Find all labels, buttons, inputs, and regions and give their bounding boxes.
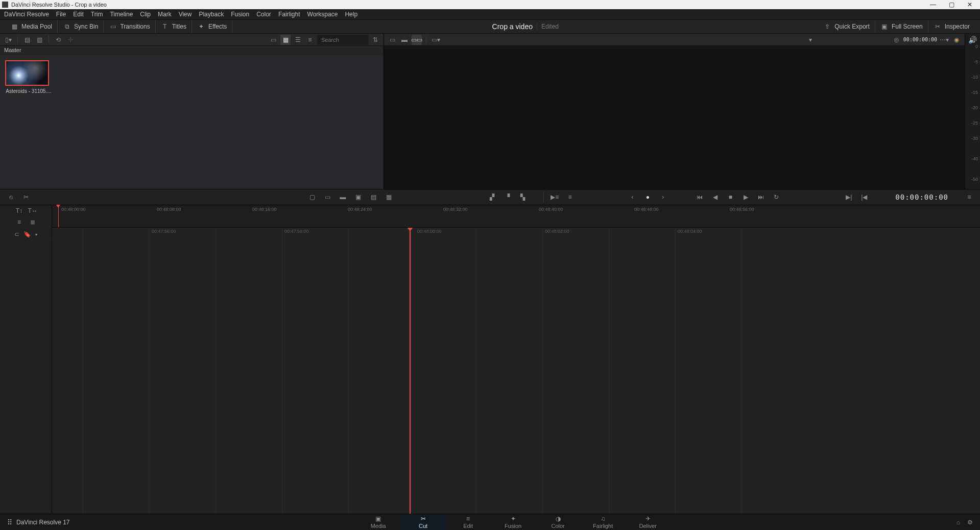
import-media-button[interactable]: ▤ (22, 35, 32, 45)
home-button[interactable]: ⌂ (957, 519, 960, 526)
full-screen-button[interactable]: ▣ Full Screen (875, 20, 928, 33)
meter-tick: -30 (971, 136, 978, 141)
page-cut[interactable]: ✂Cut (401, 514, 446, 531)
menu-fusion[interactable]: Fusion (231, 11, 249, 18)
menu-edit[interactable]: Edit (73, 11, 84, 18)
menu-help[interactable]: Help (345, 11, 357, 18)
upper-playhead[interactable] (58, 205, 59, 227)
stop-button[interactable]: ■ (725, 191, 736, 203)
append-button[interactable]: ▭ (322, 191, 333, 203)
list-view-button[interactable]: ≡ (305, 35, 315, 45)
page-fairlight[interactable]: ♫Fairlight (581, 514, 626, 531)
lock-track-button[interactable]: T↕ (15, 207, 24, 214)
media-clip[interactable]: Asteroids - 31105.... (5, 60, 52, 94)
source-tape-button[interactable]: ▬ (399, 35, 410, 45)
mark-out-button[interactable]: |◀ (858, 191, 870, 203)
timeline-menu-button[interactable]: ≡ (964, 191, 975, 203)
options-button[interactable]: ≡ (564, 191, 576, 203)
clip-thumbnail[interactable] (5, 60, 49, 86)
window-minimize-button[interactable]: — (929, 1, 937, 8)
page-label: Cut (419, 523, 427, 529)
source-clip-button[interactable]: ▭ (387, 35, 397, 45)
split-clip-button[interactable]: ✂ (20, 191, 32, 203)
jog-dot[interactable]: ● (642, 191, 653, 203)
tools-button[interactable]: ▶≡ (549, 191, 560, 203)
page-media[interactable]: ▣Media (356, 514, 401, 531)
aspect-dropdown[interactable]: ▭▾ (431, 35, 441, 45)
menu-clip[interactable]: Clip (140, 11, 151, 18)
speaker-icon[interactable]: 🔊 (968, 36, 977, 44)
page-edit[interactable]: ≡Edit (446, 514, 491, 531)
go-last-button[interactable]: ⏭ (755, 191, 767, 203)
panel-selector-bar: ▦ Media Pool ⧉ Sync Bin ▭ Transitions T … (0, 19, 980, 34)
sync-lock-button[interactable]: ⟲ (53, 35, 63, 45)
video-track-button[interactable]: T↔ (28, 207, 37, 214)
window-maximize-button[interactable]: ▢ (947, 1, 955, 8)
timeline-dropdown[interactable]: ▾ (805, 35, 816, 45)
sync-bin-toggle[interactable]: ⧉ Sync Bin (58, 20, 104, 33)
cut-button[interactable]: ▝ (501, 191, 513, 203)
menu-color[interactable]: Color (256, 11, 271, 18)
full-screen-label: Full Screen (892, 23, 923, 30)
thumbnail-view-button[interactable]: ▦ (280, 35, 291, 45)
play-reverse-button[interactable]: ◀ (709, 191, 721, 203)
page-fusion[interactable]: ✦Fusion (491, 514, 536, 531)
source-overwrite-button[interactable]: ▦ (383, 191, 394, 203)
window-close-button[interactable]: ✕ (966, 1, 974, 8)
loop-button[interactable]: ↻ (771, 191, 782, 203)
search-input[interactable] (317, 35, 368, 45)
sort-button[interactable]: ⇅ (370, 35, 380, 45)
quick-export-button[interactable]: ⇪ Quick Export (818, 20, 875, 33)
project-settings-button[interactable]: ⚙ (967, 519, 973, 526)
go-first-button[interactable]: ⏮ (694, 191, 705, 203)
timeline-timecode: 00:00:00:00 (895, 193, 948, 201)
menu-mark[interactable]: Mark (158, 11, 172, 18)
menu-workspace[interactable]: Workspace (307, 11, 338, 18)
bin-insert-dropdown[interactable]: ▯▾ (3, 35, 13, 45)
lower-playhead[interactable] (410, 228, 411, 514)
bypass-button[interactable]: ◉ (951, 35, 962, 45)
jog-next[interactable]: › (657, 191, 668, 203)
timeline-tracks[interactable]: 00:47:56:00 00:47:58:00 00:48:00:00 00:4… (52, 228, 980, 514)
audio-track-button[interactable]: ≡ (15, 219, 24, 226)
menu-davinci[interactable]: DaVinci Resolve (4, 11, 49, 18)
upper-timeline-ruler[interactable]: 00:48:00:00 00:48:08:00 00:48:16:00 00:4… (52, 205, 980, 228)
effects-toggle[interactable]: ✦ Effects (192, 20, 232, 33)
play-button[interactable]: ▶ (740, 191, 751, 203)
marker-button[interactable]: 🔖 (23, 231, 31, 238)
menu-view[interactable]: View (179, 11, 192, 18)
viewer-screen[interactable] (384, 46, 965, 189)
menu-fairlight[interactable]: Fairlight (278, 11, 300, 18)
flag-button[interactable]: ▪ (35, 231, 37, 238)
menu-file[interactable]: File (56, 11, 66, 18)
strip-view-button[interactable]: ☰ (293, 35, 303, 45)
close-up-button[interactable]: ▣ (352, 191, 364, 203)
import-folder-button[interactable]: ▥ (34, 35, 44, 45)
menu-playback[interactable]: Playback (199, 11, 224, 18)
resolve-fx-button[interactable]: ✢ (65, 35, 76, 45)
timeline-view-button[interactable]: ▭▭ (412, 35, 422, 45)
fullscreen-icon: ▣ (880, 22, 889, 31)
ripple-overwrite-button[interactable]: ▬ (337, 191, 348, 203)
menu-timeline[interactable]: Timeline (110, 11, 133, 18)
sync-track-button[interactable]: ≣ (28, 219, 37, 226)
inspector-toggle[interactable]: ✂ Inspector (928, 20, 975, 33)
smooth-cut-button[interactable]: ▚ (517, 191, 528, 203)
menu-trim[interactable]: Trim (91, 11, 103, 18)
place-on-top-button[interactable]: ▤ (368, 191, 379, 203)
snap-button[interactable]: ⊂ (14, 231, 19, 238)
metadata-view-button[interactable]: ▭ (268, 35, 278, 45)
page-color[interactable]: ◑Color (536, 514, 581, 531)
tools-dropdown[interactable]: ⋯▾ (939, 35, 949, 45)
boring-detector-button[interactable]: ⎋ (5, 191, 16, 203)
page-deliver[interactable]: ✈Deliver (626, 514, 671, 531)
jog-prev[interactable]: ‹ (627, 191, 638, 203)
titles-toggle[interactable]: T Titles (156, 20, 192, 33)
transitions-toggle[interactable]: ▭ Transitions (104, 20, 155, 33)
smart-insert-button[interactable]: ▢ (306, 191, 318, 203)
safe-area-button[interactable]: ◎ (891, 35, 901, 45)
mark-in-button[interactable]: ▶| (843, 191, 854, 203)
media-pool-toggle[interactable]: ▦ Media Pool (5, 20, 58, 33)
dissolve-button[interactable]: ▞ (486, 191, 497, 203)
meter-tick: -25 (971, 121, 978, 126)
